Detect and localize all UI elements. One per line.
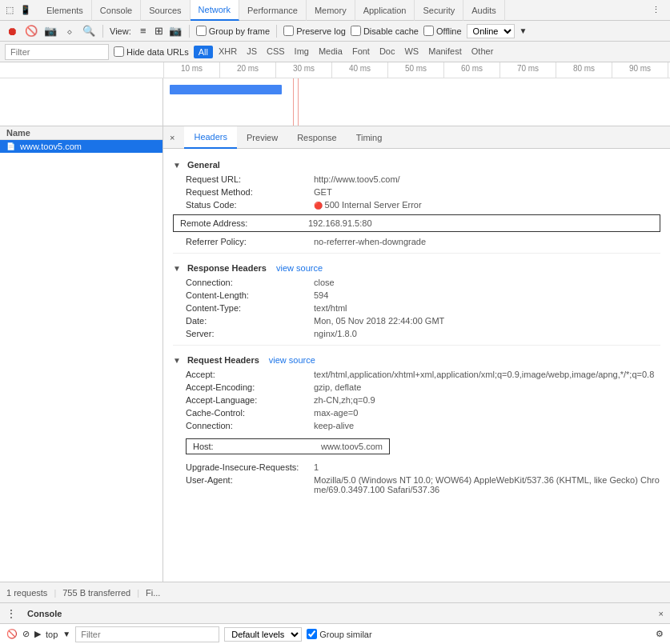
finish-time: Fi... <box>146 588 160 598</box>
filter-media-btn[interactable]: Media <box>315 46 347 58</box>
camera-button[interactable]: 📷 <box>43 24 58 38</box>
hide-data-urls-checkbox[interactable] <box>114 46 124 57</box>
tab-security[interactable]: Security <box>415 0 463 21</box>
req-user-agent-key: User-Agent: <box>186 475 314 494</box>
stop-button[interactable]: 🚫 <box>24 24 38 38</box>
tab-response[interactable]: Response <box>287 126 347 149</box>
throttle-dropdown-icon[interactable]: ▼ <box>520 26 528 35</box>
req-accept-key: Accept: <box>186 370 314 379</box>
response-toggle-icon: ▼ <box>173 264 181 273</box>
tab-application[interactable]: Application <box>355 0 415 21</box>
req-upgrade-key: Upgrade-Insecure-Requests: <box>186 462 314 472</box>
tick-20ms: 20 ms <box>219 62 275 78</box>
timeline-bar: 10 ms 20 ms 30 ms 40 ms 50 ms 60 ms 70 m… <box>0 62 670 126</box>
req-upgrade-val: 1 <box>314 462 319 472</box>
filter-css-btn[interactable]: CSS <box>263 46 289 58</box>
divider-response <box>173 253 660 254</box>
tab-elements[interactable]: Elements <box>38 0 92 21</box>
filter-input[interactable] <box>5 44 109 60</box>
filter-button[interactable]: ⬦ <box>62 24 77 38</box>
console-stop-icon[interactable]: 🚫 <box>6 629 18 639</box>
tab-memory[interactable]: Memory <box>307 0 355 21</box>
filter-ws-btn[interactable]: WS <box>400 46 423 58</box>
tab-performance[interactable]: Performance <box>239 0 307 21</box>
filter-img-btn[interactable]: Img <box>291 46 313 58</box>
req-accept-language-key: Accept-Language: <box>186 395 314 405</box>
tab-network[interactable]: Network <box>191 0 239 21</box>
status-bar: 1 requests | 755 B transferred | Fi... <box>0 582 670 602</box>
referrer-policy-key: Referrer Policy: <box>186 237 314 246</box>
column-headers: Name <box>0 126 162 140</box>
screenshot-icon[interactable]: 📷 <box>168 24 183 38</box>
grid-view-icon[interactable]: ⊞ <box>152 24 166 38</box>
filter-xhr-btn[interactable]: XHR <box>215 46 241 58</box>
console-levels-select[interactable]: Default levels <box>224 627 302 642</box>
preserve-log-label[interactable]: Preserve log <box>283 26 346 36</box>
search-button[interactable]: 🔍 <box>82 24 96 38</box>
remote-address-key: Remote Address: <box>180 218 308 228</box>
disable-cache-label[interactable]: Disable cache <box>351 26 419 36</box>
req-host-row-highlighted: Host: www.toov5.com <box>186 435 660 458</box>
request-view-source-link[interactable]: view source <box>269 355 315 365</box>
console-group-similar-checkbox[interactable] <box>307 629 317 639</box>
resp-connection-row: Connection: close <box>173 276 660 289</box>
request-row[interactable]: 📄 www.toov5.com <box>0 140 162 153</box>
preserve-log-checkbox[interactable] <box>283 26 294 36</box>
general-section-label: General <box>187 160 220 170</box>
resp-content-length-val: 594 <box>314 290 328 300</box>
tab-preview[interactable]: Preview <box>237 126 287 149</box>
resp-connection-key: Connection: <box>186 278 314 287</box>
console-expand-icon[interactable]: ▶ <box>34 629 41 639</box>
hide-data-urls-label[interactable]: Hide data URLs <box>114 46 189 57</box>
filter-all-btn[interactable]: All <box>194 46 213 58</box>
divider-2 <box>189 25 190 38</box>
general-section-header[interactable]: ▼ General <box>173 155 660 173</box>
tab-sources[interactable]: Sources <box>141 0 190 21</box>
tab-timing[interactable]: Timing <box>347 126 392 149</box>
filter-js-btn[interactable]: JS <box>243 46 261 58</box>
request-headers-section-header[interactable]: ▼ Request Headers view source <box>173 350 660 368</box>
panel-tabs: × Headers Preview Response Timing <box>163 126 670 149</box>
filter-font-btn[interactable]: Font <box>348 46 374 58</box>
console-context-label: top <box>46 630 58 639</box>
timeline-graph[interactable] <box>163 78 670 126</box>
filter-other-btn[interactable]: Other <box>467 46 498 58</box>
list-view-icon[interactable]: ≡ <box>136 24 150 38</box>
console-clear-icon[interactable]: ⊘ <box>22 629 30 639</box>
req-accept-encoding-key: Accept-Encoding: <box>186 382 314 392</box>
console-menu-icon[interactable]: ⋮ <box>6 608 16 619</box>
req-upgrade-row: Upgrade-Insecure-Requests: 1 <box>173 461 660 474</box>
filter-manifest-btn[interactable]: Manifest <box>424 46 466 58</box>
console-context-dropdown-icon[interactable]: ▼ <box>62 630 70 638</box>
request-url-row: Request URL: http://www.toov5.com/ <box>173 173 660 186</box>
more-tabs-icon[interactable]: ⋮ <box>645 2 667 18</box>
response-view-source-link[interactable]: view source <box>276 263 323 273</box>
panel-close-btn[interactable]: × <box>163 130 181 146</box>
offline-checkbox[interactable] <box>423 26 434 36</box>
tab-headers[interactable]: Headers <box>184 126 237 149</box>
waterfall-bar <box>170 85 282 94</box>
record-button[interactable]: ⏺ <box>5 24 19 38</box>
response-headers-section-header[interactable]: ▼ Response Headers view source <box>173 258 660 276</box>
console-close-btn[interactable]: × <box>659 609 664 618</box>
group-by-frame-checkbox[interactable] <box>196 26 207 36</box>
tab-audits[interactable]: Audits <box>463 0 505 21</box>
offline-label[interactable]: Offline <box>423 26 462 36</box>
inspect-icon[interactable]: ⬚ <box>3 4 16 17</box>
group-by-frame-label[interactable]: Group by frame <box>196 26 270 36</box>
disable-cache-checkbox[interactable] <box>351 26 361 36</box>
resp-date-row: Date: Mon, 05 Nov 2018 22:44:00 GMT <box>173 314 660 327</box>
throttle-select[interactable]: Online <box>467 24 515 38</box>
resp-content-type-key: Content-Type: <box>186 303 314 313</box>
console-gear-icon[interactable]: ⚙ <box>656 629 664 639</box>
console-filter-input[interactable] <box>75 626 219 642</box>
tab-console[interactable]: Console <box>92 0 141 21</box>
device-icon[interactable]: 📱 <box>19 4 32 17</box>
console-group-similar-label[interactable]: Group similar <box>307 629 371 639</box>
req-user-agent-row: User-Agent: Mozilla/5.0 (Windows NT 10.0… <box>173 474 660 496</box>
tick-40ms: 40 ms <box>331 62 387 78</box>
req-accept-language-val: zh-CN,zh;q=0.9 <box>314 395 375 405</box>
devtools-tab-bar: ⬚ 📱 Elements Console Sources Network Per… <box>0 0 670 21</box>
resp-server-key: Server: <box>186 329 314 338</box>
filter-doc-btn[interactable]: Doc <box>375 46 399 58</box>
